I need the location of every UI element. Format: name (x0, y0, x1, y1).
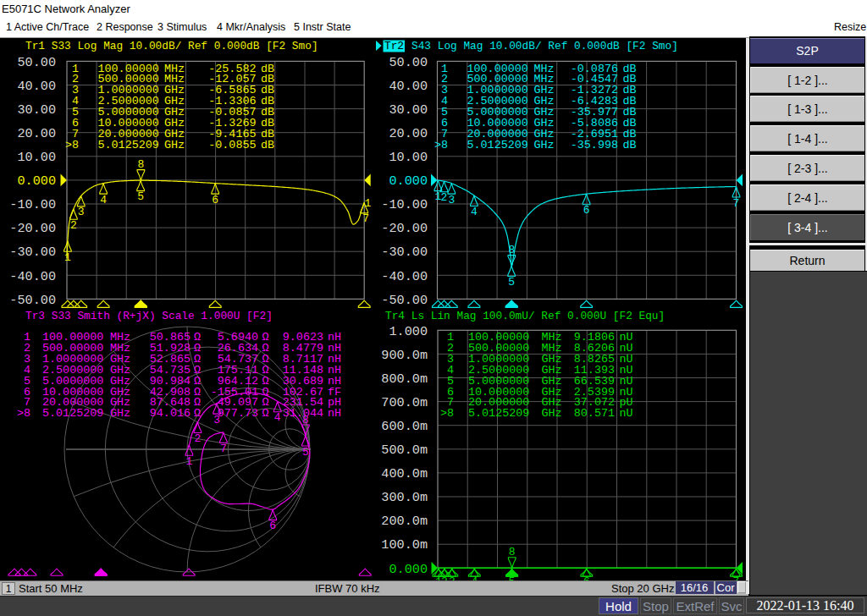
svg-text:94.016: 94.016 (150, 407, 191, 420)
svg-text:2: 2 (70, 219, 77, 232)
svg-text:-20.00: -20.00 (381, 221, 428, 236)
svg-text:5.0125209: 5.0125209 (98, 139, 159, 151)
svg-text:dB: dB (261, 139, 274, 151)
svg-text:0.000: 0.000 (389, 562, 428, 577)
svg-text:7: 7 (362, 212, 369, 225)
svg-text:-0.0855: -0.0855 (208, 139, 256, 151)
svg-text:10.00: 10.00 (389, 150, 428, 165)
svg-text:4: 4 (274, 411, 281, 424)
svg-text:-40.00: -40.00 (9, 269, 56, 284)
svg-text:4: 4 (471, 206, 478, 218)
svg-text:5: 5 (137, 190, 144, 203)
svg-text:700.0m: 700.0m (381, 395, 428, 410)
svg-text:>8: >8 (17, 407, 30, 420)
svg-text:20.00: 20.00 (389, 126, 428, 141)
svg-text:800.0m: 800.0m (381, 371, 428, 387)
svg-text:0.000: 0.000 (389, 173, 428, 189)
svg-text:6: 6 (212, 194, 218, 206)
svg-text:-35.998: -35.998 (571, 139, 618, 151)
svg-text:30.00: 30.00 (17, 102, 56, 118)
svg-text:600.0m: 600.0m (381, 419, 428, 434)
svg-text:7: 7 (220, 443, 227, 455)
svg-text:-10.00: -10.00 (381, 197, 428, 212)
svg-text:1: 1 (365, 197, 372, 210)
svg-text:GHz: GHz (164, 139, 185, 151)
svg-text:100.0m: 100.0m (381, 537, 428, 553)
svg-text:-50.00: -50.00 (381, 293, 428, 308)
svg-text:5: 5 (508, 276, 515, 289)
svg-text:8: 8 (137, 158, 144, 171)
svg-text:Tr3 S33 Smith (R+jX) Scale 1.0: Tr3 S33 Smith (R+jX) Scale 1.000U [F2] (25, 310, 273, 322)
svg-text:1: 1 (64, 251, 71, 264)
svg-text:>8: >8 (434, 139, 448, 151)
svg-text:-50.00: -50.00 (9, 293, 56, 308)
svg-text:5.0125209: 5.0125209 (467, 139, 528, 151)
svg-text:1.000: 1.000 (389, 324, 428, 339)
svg-text:-30.00: -30.00 (381, 245, 428, 260)
svg-text:3: 3 (78, 206, 85, 218)
svg-text:5.0125209: 5.0125209 (42, 407, 103, 420)
svg-text:900.0m: 900.0m (381, 348, 428, 363)
svg-text:2: 2 (194, 432, 201, 445)
svg-text:dB: dB (623, 139, 637, 151)
svg-text:7: 7 (733, 197, 740, 210)
svg-text:30.00: 30.00 (389, 102, 428, 118)
svg-text:-20.00: -20.00 (9, 221, 56, 236)
svg-text:nU: nU (620, 407, 633, 420)
svg-text:50.00: 50.00 (389, 55, 428, 70)
svg-text:300.0m: 300.0m (381, 490, 428, 505)
svg-text:Tr1 S33 Log Mag 10.00dB/ Ref 0: Tr1 S33 Log Mag 10.00dB/ Ref 0.000dB [F2… (25, 40, 318, 52)
svg-text:4: 4 (100, 194, 107, 206)
svg-text:-10.00: -10.00 (9, 197, 56, 212)
svg-text:8: 8 (508, 244, 515, 256)
svg-text:nH: nH (328, 407, 341, 420)
svg-text:6: 6 (583, 204, 590, 217)
svg-text:Ω: Ω (194, 407, 201, 420)
svg-text:>8: >8 (65, 139, 79, 151)
svg-text:31.044: 31.044 (283, 407, 323, 420)
svg-text:20.00: 20.00 (17, 126, 56, 141)
svg-text:200.0m: 200.0m (381, 514, 428, 529)
svg-text:Tr2: Tr2 (384, 40, 404, 52)
svg-text:10.00: 10.00 (17, 150, 56, 165)
svg-text:400.0m: 400.0m (381, 466, 428, 481)
svg-text:Tr4 Ls Lin Mag 100.0mU/ Ref 0.: Tr4 Ls Lin Mag 100.0mU/ Ref 0.000U [F2 E… (385, 310, 665, 322)
svg-text:GHz: GHz (542, 407, 562, 420)
svg-text:3: 3 (448, 194, 455, 206)
svg-text:Ω: Ω (262, 407, 269, 420)
svg-text:GHz: GHz (110, 407, 130, 420)
svg-text:6: 6 (269, 520, 276, 532)
svg-text:80.571: 80.571 (574, 407, 615, 420)
svg-text:>8: >8 (440, 407, 454, 420)
svg-text:0.000: 0.000 (17, 173, 56, 189)
svg-text:1: 1 (185, 455, 192, 468)
svg-text:-30.00: -30.00 (9, 245, 56, 260)
svg-text:40.00: 40.00 (389, 79, 428, 94)
svg-text:500.0m: 500.0m (381, 443, 428, 458)
svg-text:-40.00: -40.00 (381, 269, 428, 284)
svg-text:S43 Log Mag 10.00dB/ Ref 0.000: S43 Log Mag 10.00dB/ Ref 0.000dB [F2 Smo… (411, 40, 678, 52)
svg-text:50.00: 50.00 (17, 55, 56, 70)
svg-text:2: 2 (441, 191, 448, 204)
svg-text:5: 5 (302, 446, 309, 459)
svg-text:5.0125209: 5.0125209 (468, 407, 529, 420)
svg-text:GHz: GHz (534, 139, 555, 151)
svg-text:40.00: 40.00 (17, 79, 56, 94)
svg-text:977.73: 977.73 (218, 407, 258, 420)
svg-text:8: 8 (509, 546, 516, 558)
